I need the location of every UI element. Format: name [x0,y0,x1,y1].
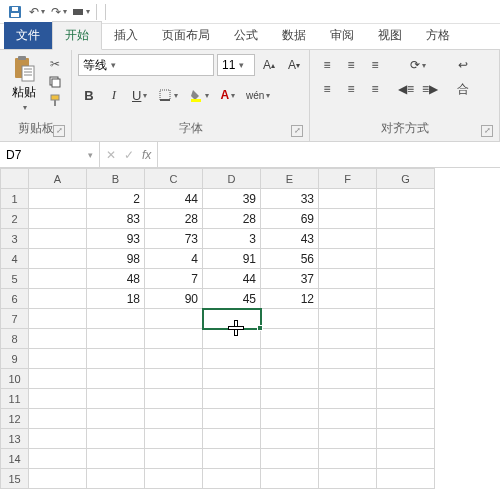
cell[interactable] [145,429,203,449]
cell[interactable] [261,389,319,409]
row-header[interactable]: 3 [1,229,29,249]
cell[interactable] [29,329,87,349]
row-header[interactable]: 14 [1,449,29,469]
cell[interactable] [29,269,87,289]
cell[interactable] [203,469,261,489]
row-header[interactable]: 15 [1,469,29,489]
cell[interactable] [29,469,87,489]
cell[interactable]: 69 [261,209,319,229]
cell[interactable] [377,229,435,249]
cell[interactable] [29,249,87,269]
col-header[interactable]: D [203,169,261,189]
increase-indent-icon[interactable]: ≡▶ [418,78,442,100]
cell[interactable] [319,389,377,409]
row-header[interactable]: 6 [1,289,29,309]
cell[interactable]: 3 [203,229,261,249]
cell[interactable] [145,449,203,469]
cell[interactable]: 39 [203,189,261,209]
cancel-icon[interactable]: ✕ [106,148,116,162]
cell[interactable] [261,369,319,389]
name-box[interactable]: D7▾ [0,142,100,167]
worksheet[interactable]: ABCDEFG124439332832828693937334349849156… [0,168,500,489]
fill-handle[interactable] [257,325,263,331]
cell[interactable] [261,349,319,369]
cell[interactable] [261,449,319,469]
cell[interactable] [145,349,203,369]
tab-home[interactable]: 开始 [52,21,102,50]
cell[interactable] [203,389,261,409]
cell[interactable]: 28 [203,209,261,229]
cell[interactable]: 4 [145,249,203,269]
cell[interactable] [87,409,145,429]
row-header[interactable]: 12 [1,409,29,429]
cell[interactable] [261,329,319,349]
cell[interactable] [29,409,87,429]
cell[interactable]: 98 [87,249,145,269]
enter-icon[interactable]: ✓ [124,148,134,162]
tab-formulas[interactable]: 公式 [222,22,270,49]
formula-input[interactable] [158,142,500,167]
cell[interactable]: 44 [145,189,203,209]
tab-insert[interactable]: 插入 [102,22,150,49]
cell[interactable] [261,429,319,449]
dialog-launcher-icon[interactable]: ⤢ [53,125,65,137]
cell[interactable] [87,349,145,369]
cell[interactable]: 2 [87,189,145,209]
cell[interactable]: 93 [87,229,145,249]
cell[interactable]: 12 [261,289,319,309]
row-header[interactable]: 10 [1,369,29,389]
font-family-combo[interactable]: 等线▾ [78,54,214,76]
cell[interactable]: 91 [203,249,261,269]
fx-icon[interactable]: fx [142,148,151,162]
row-header[interactable]: 8 [1,329,29,349]
tab-review[interactable]: 审阅 [318,22,366,49]
cell[interactable] [319,449,377,469]
row-header[interactable]: 2 [1,209,29,229]
cell[interactable] [87,469,145,489]
col-header[interactable]: C [145,169,203,189]
cell[interactable] [29,209,87,229]
cell[interactable]: 56 [261,249,319,269]
cell[interactable]: 45 [203,289,261,309]
dialog-launcher-icon[interactable]: ⤢ [291,125,303,137]
cell[interactable] [203,309,261,329]
paste-button[interactable]: 粘贴 ▾ [6,54,42,112]
cell[interactable] [377,309,435,329]
cell[interactable] [377,249,435,269]
cell[interactable]: 73 [145,229,203,249]
cell[interactable] [319,469,377,489]
cell[interactable] [377,349,435,369]
cell[interactable]: 48 [87,269,145,289]
wrap-text-button[interactable]: ↩ [452,54,474,76]
customize-icon[interactable]: ▾ [72,3,90,21]
cell[interactable] [319,329,377,349]
cut-icon[interactable]: ✂ [46,56,64,72]
tab-dev[interactable]: 方格 [414,22,462,49]
row-header[interactable]: 11 [1,389,29,409]
cell[interactable] [87,309,145,329]
cell[interactable] [377,469,435,489]
row-header[interactable]: 7 [1,309,29,329]
cell[interactable] [377,269,435,289]
cell[interactable] [261,469,319,489]
col-header[interactable]: E [261,169,319,189]
cell[interactable] [377,449,435,469]
align-left-icon[interactable]: ≡ [316,78,338,100]
cell[interactable] [29,449,87,469]
cell[interactable] [319,249,377,269]
cell[interactable] [319,429,377,449]
grow-font-button[interactable]: A▴ [258,54,280,76]
cell[interactable] [145,389,203,409]
col-header[interactable]: A [29,169,87,189]
cell[interactable] [377,409,435,429]
format-painter-icon[interactable] [46,92,64,108]
cell[interactable] [319,269,377,289]
row-header[interactable]: 9 [1,349,29,369]
cell[interactable]: 7 [145,269,203,289]
border-button[interactable]: ▾ [154,84,182,106]
col-header[interactable]: F [319,169,377,189]
select-all-corner[interactable] [1,169,29,189]
row-header[interactable]: 5 [1,269,29,289]
cell[interactable]: 90 [145,289,203,309]
cell[interactable] [377,289,435,309]
